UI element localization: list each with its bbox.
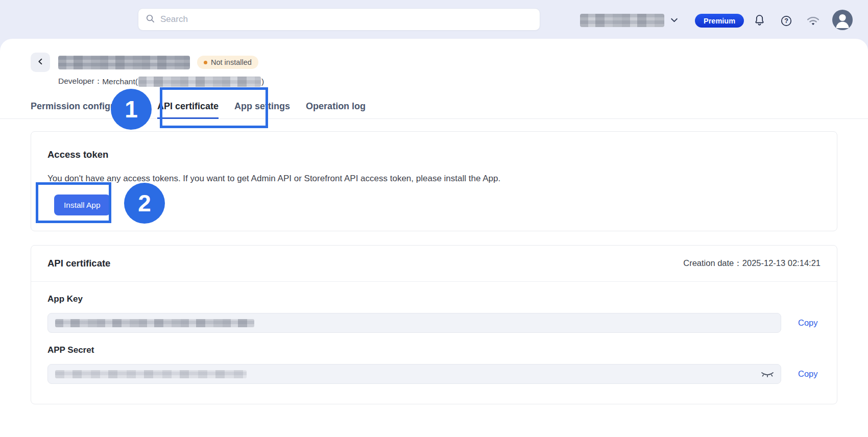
access-token-card: Access token You don't have any access t… xyxy=(31,131,837,231)
premium-badge[interactable]: Premium xyxy=(695,14,744,28)
search-icon xyxy=(146,14,155,26)
tab-operation-log[interactable]: Operation log xyxy=(306,96,366,118)
status-badge: Not installed xyxy=(197,56,258,69)
app-key-row: Copy xyxy=(47,313,821,333)
toggle-secret-visibility-button[interactable] xyxy=(760,370,775,379)
api-certificate-card: API certificate Creation date：2025-12-13… xyxy=(31,245,837,404)
status-badge-label: Not installed xyxy=(211,58,252,66)
developer-value-suffix: ) xyxy=(261,77,264,86)
merchant-name-blurred xyxy=(138,77,261,87)
annotation-step-1: 1 xyxy=(111,89,152,130)
chevron-down-icon[interactable] xyxy=(670,16,679,27)
api-certificate-body: App Key Copy APP Secret Copy xyxy=(31,294,837,384)
account-name-blurred[interactable] xyxy=(580,14,664,27)
app-key-field[interactable] xyxy=(47,313,781,333)
wifi-icon xyxy=(806,20,821,28)
developer-value-prefix: Merchant( xyxy=(102,77,138,86)
app-secret-row: Copy xyxy=(47,364,821,384)
developer-line: Developer： Merchant( ) xyxy=(58,76,264,87)
app-key-label: App Key xyxy=(47,294,821,304)
main-content-sheet: Not installed Developer： Merchant( ) Per… xyxy=(0,39,868,437)
copy-app-key-link[interactable]: Copy xyxy=(798,318,821,328)
access-token-title: Access token xyxy=(47,149,821,160)
topbar: Premium ? xyxy=(0,0,868,39)
access-token-description: You don't have any access tokens. If you… xyxy=(47,174,821,184)
status-dot-icon xyxy=(204,61,207,64)
person-icon xyxy=(832,10,853,30)
api-certificate-title: API certificate xyxy=(47,258,110,269)
app-name-blurred xyxy=(58,56,190,69)
app-secret-field[interactable] xyxy=(47,364,781,384)
help-icon: ? xyxy=(780,21,792,29)
eye-closed-icon xyxy=(760,373,775,380)
help-button[interactable]: ? xyxy=(780,15,792,27)
app-key-value-blurred xyxy=(55,319,254,327)
chevron-left-icon xyxy=(37,58,44,67)
app-secret-label: APP Secret xyxy=(47,345,821,355)
notifications-button[interactable] xyxy=(753,14,766,27)
svg-text:?: ? xyxy=(784,17,788,25)
copy-app-secret-link[interactable]: Copy xyxy=(798,369,821,379)
app-header: Not installed Developer： Merchant( ) xyxy=(31,53,264,87)
avatar[interactable] xyxy=(832,10,853,30)
install-app-button[interactable]: Install App xyxy=(54,195,110,215)
creation-date: Creation date：2025-12-13 02:14:21 xyxy=(683,258,821,269)
api-certificate-header: API certificate Creation date：2025-12-13… xyxy=(31,246,837,282)
tab-api-certificate[interactable]: API certificate xyxy=(157,96,219,118)
search-input[interactable] xyxy=(160,14,533,25)
back-button[interactable] xyxy=(31,53,50,72)
network-status-button[interactable] xyxy=(806,15,821,27)
tab-app-settings[interactable]: App settings xyxy=(234,96,290,118)
developer-label: Developer： xyxy=(58,76,102,87)
annotation-step-2: 2 xyxy=(124,183,165,224)
search-box[interactable] xyxy=(138,8,540,31)
app-secret-value-blurred xyxy=(55,370,247,378)
bell-icon xyxy=(753,20,766,28)
